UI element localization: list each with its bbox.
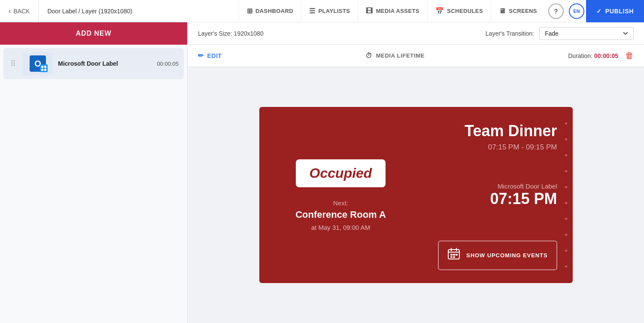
main-layout: ADD NEW ⠿ O [0, 22, 644, 323]
duration-text: Duration: 00:00:05 [568, 52, 618, 59]
delete-button[interactable]: 🗑 [625, 51, 634, 61]
publish-button[interactable]: ✓ PUBLISH [586, 0, 644, 22]
list-item[interactable]: ⠿ O Microsoft D [3, 48, 184, 79]
next-label: Next: [333, 199, 348, 207]
ms-office-icon: O [27, 54, 49, 73]
left-panel: ADD NEW ⠿ O [0, 22, 188, 323]
occupied-status: Occupied [310, 165, 372, 181]
nav-media-assets-label: MEDIA ASSETS [376, 8, 419, 14]
layer-size: Layer's Size: 1920x1080 [198, 30, 264, 37]
room-name-label: Microsoft Door Label [490, 183, 557, 190]
media-lifetime: ⏱ MEDIA LIFETIME [365, 52, 425, 60]
edit-button[interactable]: ✏ EDIT [198, 52, 222, 60]
back-button[interactable]: ‹ BACK [0, 0, 39, 22]
layer-size-value: 1920x1080 [234, 30, 264, 37]
back-label: BACK [13, 8, 30, 15]
occupied-badge: Occupied [296, 159, 386, 187]
drag-handle-icon[interactable]: ⠿ [9, 58, 18, 69]
next-time: at May 31, 09:00 AM [311, 224, 371, 231]
room-info: Microsoft Door Label 07:15 PM [490, 183, 557, 208]
room-current-time: 07:15 PM [490, 190, 557, 208]
nav-links: ⊞ DASHBOARD ☰ PLAYLISTS 🎞 MEDIA ASSETS 📅… [239, 0, 644, 22]
svg-rect-5 [453, 254, 455, 256]
svg-rect-7 [453, 256, 455, 258]
layer-size-label: Layer's Size: [198, 30, 232, 37]
upcoming-events-button[interactable]: SHOW UPCOMING EVENTS [438, 241, 557, 270]
layer-header: Layer's Size: 1920x1080 Layer's Transiti… [188, 22, 644, 45]
media-info: Microsoft Door Label [58, 60, 152, 67]
nav-dashboard-label: DASHBOARD [255, 8, 293, 14]
clock-icon: ⏱ [365, 52, 373, 60]
media-lifetime-label: MEDIA LIFETIME [376, 52, 425, 59]
upcoming-events-label: SHOW UPCOMING EVENTS [466, 252, 547, 259]
pencil-icon: ✏ [198, 52, 204, 60]
nav-screens[interactable]: 🖥 SCREENS [491, 0, 545, 22]
media-assets-icon: 🎞 [366, 7, 373, 15]
checkmark-icon: ✓ [596, 8, 602, 15]
layer-transition: Layer's Transition: Fade None Slide Left… [486, 27, 634, 40]
lang-label: EN [573, 9, 580, 14]
card-left-section: Occupied Next: Conference Room A at May … [259, 107, 418, 283]
svg-rect-6 [450, 256, 453, 258]
nav-playlists[interactable]: ☰ PLAYLISTS [301, 0, 358, 22]
nav-media-assets[interactable]: 🎞 MEDIA ASSETS [358, 0, 427, 22]
media-name: Microsoft Door Label [58, 60, 152, 67]
back-arrow-icon: ‹ [9, 7, 11, 15]
event-time-range: 07:15 PM - 09:15 PM [465, 143, 557, 152]
next-room: Conference Room A [295, 209, 386, 220]
nav-dashboard[interactable]: ⊞ DASHBOARD [239, 0, 301, 22]
media-thumbnail: O [23, 52, 53, 75]
door-label-card: Occupied Next: Conference Room A at May … [259, 107, 573, 283]
media-list: ⠿ O Microsoft D [0, 45, 187, 323]
dashboard-icon: ⊞ [247, 7, 252, 15]
screens-icon: 🖥 [499, 7, 506, 15]
duration-value: 00:00:05 [594, 52, 618, 59]
preview-area: Occupied Next: Conference Room A at May … [188, 67, 644, 323]
top-navigation: ‹ BACK Door Label / Layer (1920x1080) ⊞ … [0, 0, 644, 22]
svg-rect-4 [450, 254, 453, 256]
edit-bar: ✏ EDIT ⏱ MEDIA LIFETIME Duration: 00:00:… [188, 45, 644, 67]
nav-playlists-label: PLAYLISTS [318, 8, 350, 14]
card-right-section: Team Dinner 07:15 PM - 09:15 PM Microsof… [418, 107, 573, 283]
nav-schedules[interactable]: 📅 SCHEDULES [427, 0, 491, 22]
media-duration: 00:00:05 [157, 61, 179, 67]
breadcrumb: Door Label / Layer (1920x1080) [39, 8, 141, 15]
svg-rect-8 [456, 254, 458, 256]
publish-label: PUBLISH [605, 8, 634, 15]
playlists-icon: ☰ [309, 7, 315, 15]
schedules-icon: 📅 [435, 7, 444, 15]
duration-label: Duration: [568, 52, 592, 59]
edit-label: EDIT [207, 52, 222, 59]
calendar-icon [447, 247, 460, 263]
help-button[interactable]: ? [548, 3, 564, 19]
nav-schedules-label: SCHEDULES [447, 8, 483, 14]
add-new-button[interactable]: ADD NEW [0, 22, 187, 45]
add-new-label: ADD NEW [76, 30, 111, 37]
right-panel: Layer's Size: 1920x1080 Layer's Transiti… [188, 22, 644, 323]
layer-transition-label: Layer's Transition: [486, 30, 534, 37]
transition-select[interactable]: Fade None Slide Left Slide Right Zoom [539, 27, 634, 40]
decorative-dots [560, 107, 573, 283]
event-title: Team Dinner [465, 122, 557, 140]
event-info: Team Dinner 07:15 PM - 09:15 PM [465, 122, 557, 152]
help-label: ? [554, 7, 558, 15]
nav-screens-label: SCREENS [509, 8, 537, 14]
language-button[interactable]: EN [569, 3, 584, 19]
